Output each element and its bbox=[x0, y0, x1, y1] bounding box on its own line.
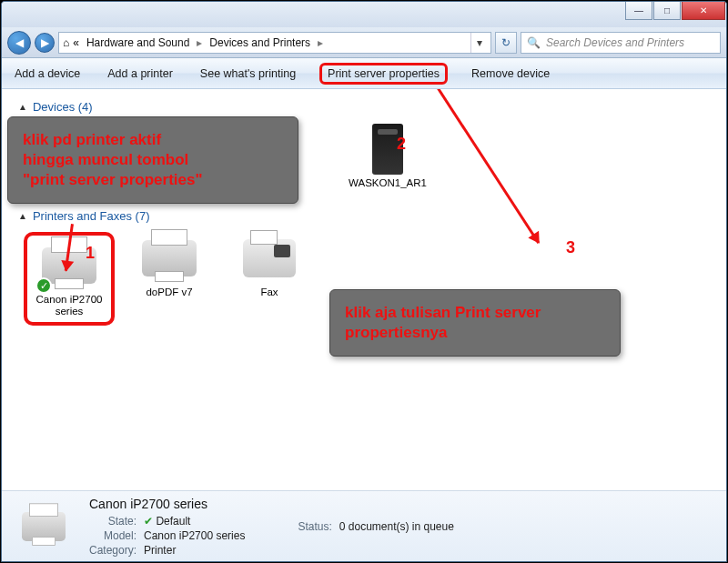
chevron-right-icon: ▸ bbox=[318, 36, 323, 49]
address-row: ◀ ▶ ⌂ « Hardware and Sound ▸ Devices and… bbox=[2, 27, 726, 58]
address-bar[interactable]: ⌂ « Hardware and Sound ▸ Devices and Pri… bbox=[58, 32, 491, 54]
default-check-icon: ✓ bbox=[35, 277, 52, 294]
fax-icon bbox=[238, 232, 301, 285]
add-device-button[interactable]: Add a device bbox=[11, 64, 84, 84]
forward-button[interactable]: ▶ bbox=[35, 33, 55, 53]
printer-icon bbox=[15, 503, 73, 550]
explorer-window: — □ ✕ ◀ ▶ ⌂ « Hardware and Sound ▸ Devic… bbox=[1, 1, 727, 562]
details-grid-right: Status: 0 document(s) in queue bbox=[298, 520, 453, 533]
printer-label: doPDF v7 bbox=[146, 287, 192, 298]
details-value: Canon iP2700 series bbox=[144, 529, 245, 542]
chevron-right-icon: ▸ bbox=[197, 36, 202, 49]
annotation-number-1: 1 bbox=[86, 244, 95, 263]
arrow-left-icon: ◀ bbox=[15, 36, 24, 49]
group-label: Devices (4) bbox=[33, 100, 93, 114]
group-header-printers[interactable]: ▲ Printers and Faxes (7) bbox=[18, 204, 710, 228]
annotation-number-2: 2 bbox=[397, 135, 406, 154]
breadcrumb[interactable]: Hardware and Sound bbox=[83, 36, 193, 49]
details-title: Canon iP2700 series bbox=[89, 497, 245, 511]
back-button[interactable]: ◀ bbox=[7, 31, 31, 55]
search-icon: 🔍 bbox=[527, 36, 541, 49]
group-label: Printers and Faxes (7) bbox=[33, 209, 150, 223]
details-key: State: bbox=[89, 515, 136, 528]
details-grid-left: Canon iP2700 series State: ✔ Default Mod… bbox=[89, 497, 245, 557]
arrow-right-icon: ▶ bbox=[41, 36, 49, 49]
titlebar: — □ ✕ bbox=[2, 2, 726, 27]
computer-tower-icon bbox=[356, 123, 420, 176]
breadcrumb[interactable]: Devices and Printers bbox=[206, 36, 314, 49]
content-pane: ▲ Devices (4) WASKON1_AR1 ▲ Printers and… bbox=[2, 89, 726, 490]
collapse-icon: ▲ bbox=[18, 102, 27, 112]
maximize-button[interactable]: □ bbox=[653, 2, 681, 20]
details-value: ✔ Default bbox=[144, 515, 245, 528]
command-toolbar: Add a device Add a printer See what's pr… bbox=[2, 58, 726, 89]
annotation-number-3: 3 bbox=[566, 238, 575, 257]
location-icon: ⌂ bbox=[63, 36, 69, 49]
collapse-icon: ▲ bbox=[18, 211, 27, 221]
refresh-icon: ↻ bbox=[501, 36, 511, 49]
search-placeholder: Search Devices and Printers bbox=[546, 36, 684, 49]
details-key: Model: bbox=[89, 529, 136, 542]
details-key: Status: bbox=[298, 520, 331, 533]
annotation-callout-1: klik pd printer aktif hingga muncul tomb… bbox=[7, 116, 298, 204]
minimize-button[interactable]: — bbox=[625, 2, 652, 20]
details-value: 0 document(s) in queue bbox=[339, 520, 454, 533]
printer-label: Fax bbox=[260, 287, 278, 298]
device-label: WASKON1_AR1 bbox=[349, 177, 427, 189]
search-input[interactable]: 🔍 Search Devices and Printers bbox=[521, 32, 721, 54]
see-printing-button[interactable]: See what's printing bbox=[197, 64, 299, 84]
details-pane: Canon iP2700 series State: ✔ Default Mod… bbox=[2, 490, 726, 561]
device-item[interactable]: WASKON1_AR1 bbox=[342, 123, 433, 189]
printer-icon bbox=[137, 232, 201, 285]
print-server-properties-button[interactable]: Print server properties bbox=[319, 63, 448, 85]
printer-item-fax[interactable]: Fax bbox=[224, 232, 315, 325]
group-header-devices[interactable]: ▲ Devices (4) bbox=[18, 95, 710, 119]
annotation-callout-2: klik aja tulisan Print server properties… bbox=[329, 289, 621, 357]
details-key: Category: bbox=[89, 544, 136, 557]
printer-label: Canon iP2700 series bbox=[31, 294, 107, 317]
add-printer-button[interactable]: Add a printer bbox=[104, 64, 177, 84]
printer-item-dopdf[interactable]: doPDF v7 bbox=[124, 232, 215, 325]
details-value: Printer bbox=[144, 544, 245, 557]
refresh-button[interactable]: ↻ bbox=[495, 32, 517, 54]
address-dropdown[interactable]: ▾ bbox=[470, 33, 487, 53]
remove-device-button[interactable]: Remove device bbox=[468, 64, 553, 84]
close-button[interactable]: ✕ bbox=[682, 2, 725, 20]
